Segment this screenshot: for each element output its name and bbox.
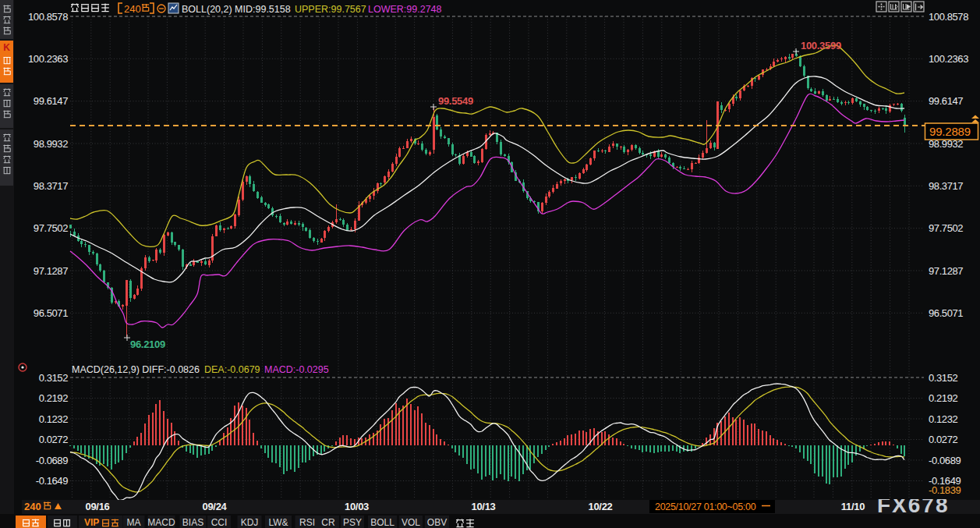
svg-text:240: 240: [124, 3, 141, 15]
svg-text:97.7502: 97.7502: [34, 222, 68, 234]
svg-text:-0.1649: -0.1649: [36, 475, 68, 487]
svg-text:0.0272: 0.0272: [929, 434, 958, 445]
svg-text:100.2363: 100.2363: [929, 53, 968, 65]
svg-text:10/13: 10/13: [471, 501, 495, 512]
svg-text:VIP: VIP: [84, 517, 99, 528]
svg-text:97.7502: 97.7502: [929, 222, 963, 234]
svg-text:99.6147: 99.6147: [34, 95, 68, 107]
svg-text:09/24: 09/24: [202, 501, 227, 512]
svg-text:100.8578: 100.8578: [28, 11, 68, 23]
svg-text:-0.0689: -0.0689: [929, 455, 961, 466]
svg-text:2025/10/27 01:00~05:00: 2025/10/27 01:00~05:00: [655, 501, 756, 512]
svg-text:100.3599: 100.3599: [801, 40, 841, 51]
svg-text:PSY: PSY: [343, 517, 362, 528]
svg-text:FX678: FX678: [877, 499, 950, 517]
svg-text:LW&: LW&: [268, 517, 288, 528]
svg-text:MACD:-0.0295: MACD:-0.0295: [264, 364, 329, 375]
svg-text:100.2363: 100.2363: [28, 53, 68, 65]
svg-text:CCI: CCI: [211, 517, 228, 528]
svg-text:BOLL(20,2) MID:99.5158: BOLL(20,2) MID:99.5158: [182, 4, 291, 15]
svg-text:KDJ: KDJ: [241, 517, 259, 528]
svg-text:11/10: 11/10: [841, 501, 865, 512]
svg-text:DEA:-0.0679: DEA:-0.0679: [204, 364, 260, 375]
svg-text:RSI: RSI: [299, 517, 315, 528]
svg-text:98.9932: 98.9932: [34, 138, 68, 150]
svg-text:BIAS: BIAS: [182, 517, 203, 528]
svg-text:240: 240: [24, 501, 41, 512]
svg-text:09/16: 09/16: [85, 501, 109, 512]
svg-text:MACD(26,12,9) DIFF:-0.0826: MACD(26,12,9) DIFF:-0.0826: [72, 364, 200, 375]
svg-text:-0.0689: -0.0689: [36, 455, 68, 466]
svg-text:98.3717: 98.3717: [34, 180, 68, 192]
svg-text:96.2109: 96.2109: [130, 338, 165, 350]
svg-text:K: K: [3, 42, 10, 53]
svg-text:10/03: 10/03: [345, 501, 369, 512]
svg-text:99.5549: 99.5549: [438, 95, 473, 107]
svg-text:0.2192: 0.2192: [929, 392, 958, 404]
svg-text:97.1287: 97.1287: [34, 265, 68, 277]
svg-text:BOLL: BOLL: [370, 517, 394, 528]
svg-text:LOWER:99.2748: LOWER:99.2748: [368, 4, 442, 15]
svg-text:UPPER:99.7567: UPPER:99.7567: [295, 4, 366, 15]
svg-text:98.3717: 98.3717: [929, 180, 963, 192]
svg-text:96.5071: 96.5071: [929, 307, 963, 319]
svg-text:0.1232: 0.1232: [929, 413, 958, 425]
svg-text:OBV: OBV: [427, 517, 447, 528]
svg-text:-0.1839: -0.1839: [929, 484, 961, 496]
svg-text:100.8578: 100.8578: [929, 11, 968, 23]
svg-text:97.1287: 97.1287: [929, 265, 963, 277]
svg-text:10/22: 10/22: [588, 501, 612, 512]
svg-text:CR: CR: [321, 517, 335, 528]
svg-text:MACD: MACD: [147, 517, 175, 528]
svg-text:0.3152: 0.3152: [39, 372, 69, 384]
svg-text:96.5071: 96.5071: [34, 307, 68, 319]
svg-text:VOL: VOL: [402, 517, 420, 528]
svg-text:0.0272: 0.0272: [39, 434, 69, 445]
svg-text:0.2192: 0.2192: [39, 392, 69, 404]
svg-text:0.3152: 0.3152: [929, 372, 958, 384]
svg-text:0.1232: 0.1232: [39, 413, 69, 425]
svg-text:99.2889: 99.2889: [929, 125, 971, 138]
svg-text:99.6147: 99.6147: [929, 95, 963, 107]
svg-text:MA: MA: [127, 517, 141, 528]
